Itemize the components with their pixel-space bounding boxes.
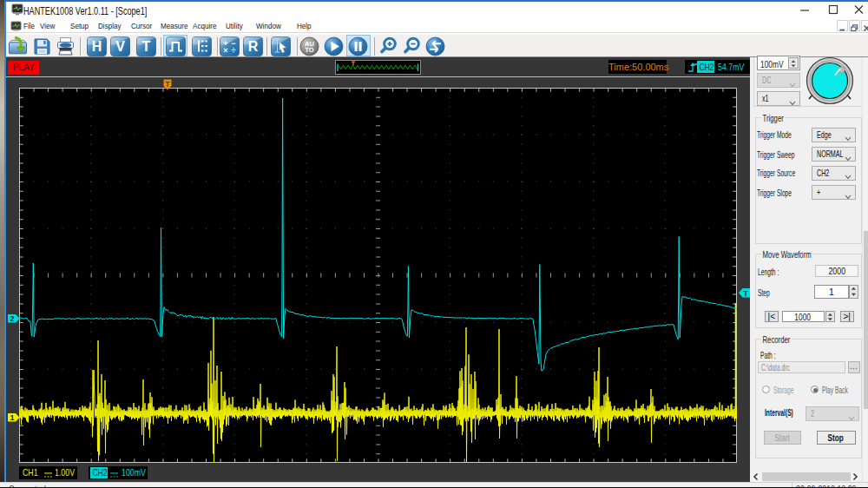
- svg-text:×: ×: [223, 46, 227, 55]
- svg-text:TO: TO: [305, 46, 313, 54]
- svg-text:T: T: [743, 288, 748, 297]
- svg-text:÷: ÷: [231, 46, 235, 55]
- svg-text:T: T: [141, 39, 150, 54]
- svg-text:1: 1: [10, 413, 14, 422]
- svg-text:V: V: [115, 39, 125, 54]
- svg-text:2: 2: [10, 314, 14, 323]
- svg-text:R: R: [247, 39, 258, 54]
- svg-text:H: H: [91, 39, 102, 54]
- svg-text:T: T: [165, 80, 170, 89]
